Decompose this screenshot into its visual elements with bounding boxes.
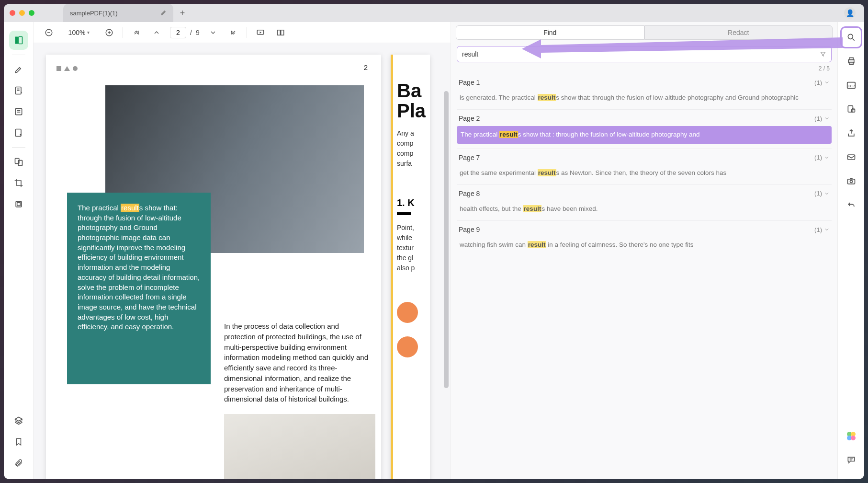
result-count: (1) bbox=[814, 115, 830, 122]
thumbnails-toggle[interactable] bbox=[9, 31, 28, 50]
zoom-in-button[interactable] bbox=[102, 26, 116, 39]
pdf-page: 2 The practical results show that: throu… bbox=[46, 55, 381, 479]
svg-rect-15 bbox=[849, 58, 853, 60]
svg-rect-9 bbox=[17, 203, 20, 206]
page-separator: / bbox=[190, 29, 192, 36]
vertical-scrollbar-track[interactable] bbox=[444, 62, 449, 474]
page-image-2 bbox=[224, 414, 375, 479]
result-snippet[interactable]: get the same experimental results as New… bbox=[457, 165, 832, 184]
form-tool[interactable] bbox=[9, 102, 28, 121]
user-avatar[interactable]: 👤 bbox=[844, 7, 856, 19]
result-group-header[interactable]: Page 7 (1) bbox=[457, 149, 832, 165]
screenshot-button[interactable] bbox=[843, 172, 860, 190]
tab-find[interactable]: Find bbox=[456, 25, 644, 40]
rename-tab-icon[interactable] bbox=[160, 10, 167, 16]
result-count: (1) bbox=[814, 154, 830, 161]
vertical-scrollbar-thumb[interactable] bbox=[444, 91, 449, 388]
bookmark-button[interactable] bbox=[9, 432, 28, 451]
page-body-text: In the process of data collection and pr… bbox=[224, 321, 372, 404]
zoom-level-select[interactable]: 100% ▾ bbox=[62, 28, 96, 37]
highlighted-text-box: The practical results show that: through… bbox=[67, 193, 211, 384]
window-close-button[interactable] bbox=[10, 10, 15, 16]
svg-rect-16 bbox=[849, 62, 853, 65]
ocr-button[interactable]: OCR bbox=[843, 77, 860, 94]
result-counter: 2 / 5 bbox=[451, 62, 837, 74]
svg-rect-22 bbox=[847, 179, 855, 184]
crop-tool[interactable] bbox=[9, 173, 28, 193]
zoom-level-value: 100% bbox=[68, 29, 86, 36]
filter-icon[interactable] bbox=[820, 51, 826, 58]
search-panel: Find Redact 2 / 5 Page 1 (1) is generate… bbox=[451, 22, 837, 479]
svg-rect-20 bbox=[851, 109, 855, 112]
result-count: (1) bbox=[814, 226, 830, 233]
reading-mode-button[interactable] bbox=[274, 26, 287, 39]
page-number-input[interactable] bbox=[170, 27, 186, 38]
highlighter-tool[interactable] bbox=[9, 60, 28, 79]
layers-button[interactable] bbox=[9, 411, 28, 430]
next-page-button[interactable] bbox=[206, 26, 220, 39]
search-input-container bbox=[457, 46, 832, 62]
tab-title: samplePDF(1)(1) bbox=[70, 10, 118, 17]
right-toolbar: OCR bbox=[837, 22, 864, 479]
window-zoom-button[interactable] bbox=[29, 10, 34, 16]
result-snippet[interactable]: The practical results show that : throug… bbox=[457, 126, 832, 143]
comment-button[interactable] bbox=[843, 451, 860, 469]
result-snippet[interactable]: watching fish swim can result in a feeli… bbox=[457, 237, 832, 256]
zoom-out-button[interactable] bbox=[42, 26, 56, 39]
result-page-label: Page 9 bbox=[459, 226, 480, 233]
page-decorations bbox=[56, 66, 78, 71]
search-results-list: Page 1 (1) is generated. The practical r… bbox=[451, 74, 837, 479]
mail-button[interactable] bbox=[843, 149, 860, 166]
result-group-header[interactable]: Page 9 (1) bbox=[457, 221, 832, 237]
annotate-tool[interactable] bbox=[9, 81, 28, 100]
svg-point-13 bbox=[848, 34, 853, 39]
svg-rect-21 bbox=[847, 155, 855, 160]
view-toolbar: 100% ▾ / 9 bbox=[34, 22, 451, 43]
search-highlight: result bbox=[121, 204, 139, 212]
result-count: (1) bbox=[814, 190, 830, 197]
titlebar: samplePDF(1)(1) + 👤 bbox=[4, 4, 864, 22]
tab-redact[interactable]: Redact bbox=[644, 25, 833, 40]
svg-rect-0 bbox=[15, 37, 18, 44]
result-snippet[interactable]: is generated. The practical results show… bbox=[457, 90, 832, 109]
result-group-header[interactable]: Page 2 (1) bbox=[457, 110, 832, 126]
document-tab[interactable]: samplePDF(1)(1) bbox=[63, 4, 173, 22]
result-group-header[interactable]: Page 1 (1) bbox=[457, 74, 832, 90]
svg-text:OCR: OCR bbox=[847, 84, 855, 88]
result-page-label: Page 8 bbox=[459, 190, 480, 197]
svg-point-23 bbox=[850, 180, 852, 183]
window-minimize-button[interactable] bbox=[19, 10, 25, 16]
first-page-button[interactable] bbox=[130, 26, 143, 39]
svg-point-27 bbox=[851, 436, 856, 440]
page-total: 9 bbox=[196, 29, 200, 36]
result-group-header[interactable]: Page 8 (1) bbox=[457, 185, 832, 201]
result-page-label: Page 2 bbox=[459, 115, 480, 122]
result-page-label: Page 1 bbox=[459, 79, 480, 86]
svg-rect-1 bbox=[19, 37, 23, 44]
chevron-down-icon: ▾ bbox=[87, 30, 90, 35]
last-page-button[interactable] bbox=[226, 26, 240, 39]
app-logo-icon[interactable] bbox=[843, 427, 860, 445]
undo-button[interactable] bbox=[843, 196, 860, 214]
search-input[interactable] bbox=[462, 50, 820, 58]
left-toolbar bbox=[4, 22, 34, 479]
svg-point-5 bbox=[20, 134, 21, 136]
result-page-label: Page 7 bbox=[459, 154, 480, 161]
page-number-label: 2 bbox=[364, 63, 368, 71]
result-snippet[interactable]: health effects, but the results have bee… bbox=[457, 201, 832, 220]
result-count: (1) bbox=[814, 79, 830, 86]
convert-tool[interactable] bbox=[9, 152, 28, 172]
share-button[interactable] bbox=[843, 125, 860, 142]
attachment-button[interactable] bbox=[9, 453, 28, 472]
print-button[interactable] bbox=[843, 53, 860, 70]
stamp-tool[interactable] bbox=[9, 195, 28, 214]
pdf-page-next: BaPla Any a comp comp surfa 1. K Point, … bbox=[391, 55, 430, 479]
edit-page-tool[interactable] bbox=[9, 123, 28, 142]
search-button[interactable] bbox=[843, 29, 860, 46]
page-indicator: / 9 bbox=[170, 27, 200, 38]
document-viewport[interactable]: 2 The practical results show that: throu… bbox=[34, 43, 451, 479]
new-tab-button[interactable]: + bbox=[176, 7, 189, 19]
prev-page-button[interactable] bbox=[150, 26, 163, 39]
presentation-button[interactable] bbox=[254, 26, 267, 39]
lock-button[interactable] bbox=[843, 101, 860, 118]
